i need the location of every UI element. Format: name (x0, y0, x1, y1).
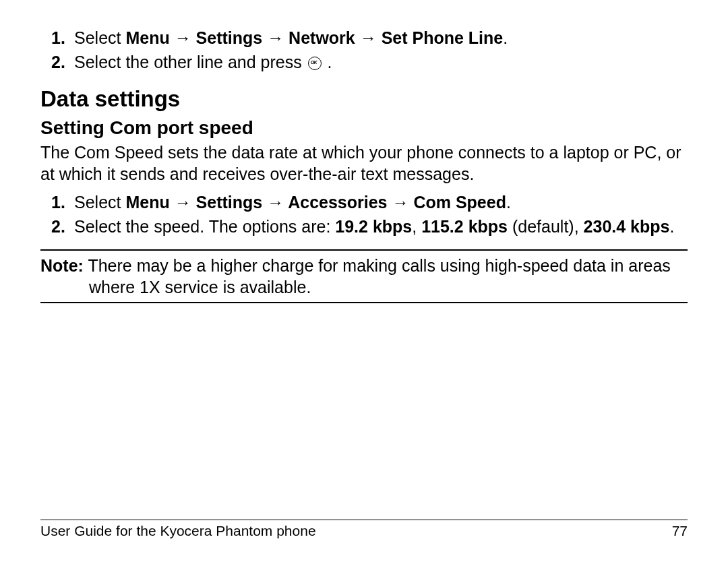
step-1: Select Menu → Settings → Network → Set P… (74, 27, 688, 49)
opt-230-4: 230.4 kbps (584, 217, 670, 236)
page-number: 77 (672, 523, 688, 539)
step2-before: Select the other line and press (74, 53, 307, 71)
step1-prefix: Select (74, 28, 125, 47)
section-heading-data-settings: Data settings (40, 85, 688, 113)
com-speed-steps: Select Menu → Settings → Accessories → C… (40, 191, 688, 237)
com-step1-suffix: . (506, 193, 511, 212)
note-label: Note: (40, 256, 84, 275)
com-step-2: Select the speed. The options are: 19.2 … (74, 216, 688, 237)
manual-page: Select Menu → Settings → Network → Set P… (0, 0, 728, 562)
step2-after: . (323, 53, 332, 71)
opt-19-2: 19.2 kbps (335, 217, 412, 236)
note-text-a: There may be a higher charge for making … (84, 256, 606, 275)
phone-line-steps: Select Menu → Settings → Network → Set P… (40, 27, 688, 73)
com-step1-prefix: Select (74, 193, 125, 212)
com-step2-suffix: . (669, 217, 674, 236)
ok-icon (308, 57, 322, 70)
note-text: Note: There may be a higher charge for m… (40, 255, 688, 298)
step-2: Select the other line and press . (74, 51, 688, 73)
note-block: Note: There may be a higher charge for m… (40, 249, 688, 303)
com-step1-menu-path: Menu → Settings → Accessories → Com Spee… (125, 193, 506, 212)
com-speed-intro: The Com Speed sets the data rate at whic… (40, 142, 688, 185)
opt-115-2: 115.2 kbps (421, 217, 508, 236)
com-step2-before: Select the speed. The options are: (74, 217, 335, 236)
com-step-1: Select Menu → Settings → Accessories → C… (74, 191, 688, 213)
footer-rule (40, 520, 688, 520)
footer-row: User Guide for the Kyocera Phantom phone… (40, 523, 688, 539)
step1-menu-path: Menu → Settings → Network → Set Phone Li… (125, 28, 503, 47)
step1-suffix: . (503, 28, 508, 47)
footer-title: User Guide for the Kyocera Phantom phone (40, 523, 316, 539)
page-body: Select Menu → Settings → Network → Set P… (40, 27, 688, 303)
default-note: (default), (508, 217, 584, 236)
page-footer: User Guide for the Kyocera Phantom phone… (40, 520, 688, 539)
sep1: , (412, 217, 421, 236)
subsection-heading-com-port: Setting Com port speed (40, 116, 688, 140)
